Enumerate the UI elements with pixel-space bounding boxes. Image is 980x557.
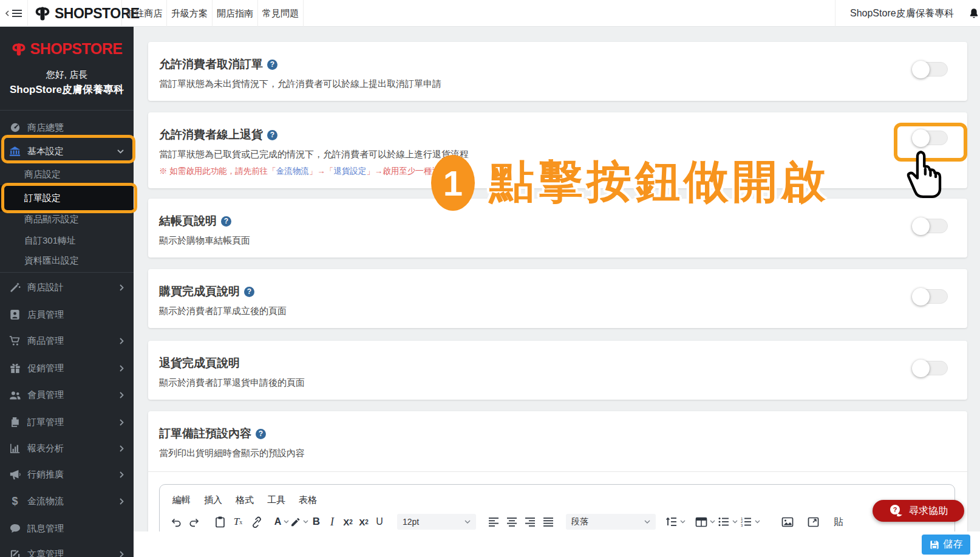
clear-formatting-icon[interactable]: Tx (230, 513, 246, 530)
help-icon[interactable]: ? (221, 216, 231, 227)
link-return-settings[interactable]: 退貨設定 (333, 166, 366, 176)
sidebar-subitem-store-settings[interactable]: 商店設定 (0, 164, 134, 185)
sidebar-greeting: 您好, 店長 (0, 69, 134, 81)
sidebar-item-orders[interactable]: 訂單管理 (0, 410, 134, 434)
setting-title: 結帳頁說明 (159, 213, 217, 229)
save-button[interactable]: 儲存 (922, 535, 970, 555)
sidebar-item-reports[interactable]: 報表分析 (0, 436, 134, 460)
sidebar-item-marketing[interactable]: 行銷推廣 (0, 462, 134, 487)
document-copy-icon (9, 417, 21, 428)
editor-menu-tools[interactable]: 工具 (260, 492, 292, 508)
help-icon[interactable]: ? (256, 429, 266, 439)
menu-item-upgrade-plan[interactable]: 升級方案 (167, 0, 213, 27)
highlight-pen-icon[interactable] (290, 513, 308, 530)
sidebar-item-payment-logistics[interactable]: $ 金流物流 (0, 489, 134, 513)
sidebar-item-members[interactable]: 會員管理 (0, 383, 134, 407)
annotation-step-badge: 1 (431, 155, 475, 211)
notification-bell-icon[interactable] (968, 7, 980, 20)
redo-icon[interactable] (186, 513, 202, 530)
subscript-icon[interactable]: X2 (340, 513, 356, 530)
help-icon[interactable]: ? (267, 60, 277, 70)
sidebar-subitem-label: 商店設定 (24, 169, 61, 180)
bullet-list-icon[interactable] (718, 513, 738, 530)
sidebar-item-staff[interactable]: 店員管理 (0, 302, 134, 327)
editor-menu-edit[interactable]: 編輯 (166, 492, 197, 508)
toggle-return-complete[interactable] (913, 361, 948, 375)
help-icon[interactable]: ? (244, 287, 254, 297)
sidebar-item-promotions[interactable]: 促銷管理 (0, 356, 134, 380)
table-icon[interactable] (695, 513, 715, 530)
sidebar-brand: SHOPSTORE (0, 40, 134, 58)
toggle-cancel-order[interactable] (913, 62, 948, 77)
paragraph-format-select[interactable]: 段落 (566, 514, 656, 530)
underline-icon[interactable]: U (372, 513, 387, 530)
sidebar-divider (0, 272, 134, 273)
sidebar-subitem-label: 訂單設定 (24, 193, 61, 204)
text-color-icon[interactable]: A (274, 513, 290, 530)
sidebar-divider (0, 110, 134, 111)
sidebar-subitem-data-export[interactable]: 資料匯出設定 (0, 250, 134, 271)
sidebar-item-articles[interactable]: 文章管理 (0, 542, 134, 557)
bottom-action-bar: 儲存 (134, 531, 980, 557)
chat-bubble-icon (9, 523, 21, 535)
align-right-icon[interactable] (522, 513, 538, 530)
paste-text-partial-label[interactable]: 貼 (831, 513, 846, 530)
align-justify-icon[interactable] (540, 513, 556, 530)
editor-menu-format[interactable]: 格式 (229, 492, 260, 508)
edit-pencil-icon (9, 548, 21, 557)
numbered-list-icon[interactable]: 123 (740, 513, 760, 530)
help-request-button[interactable]: ? 尋求協助 (873, 500, 964, 522)
sidebar-subitem-product-display[interactable]: 商品顯示設定 (0, 209, 134, 230)
insert-template-icon[interactable] (805, 513, 821, 530)
sidebar-item-products[interactable]: 商品管理 (0, 329, 134, 353)
sidebar-item-overview[interactable]: 商店總覽 (0, 115, 134, 140)
chevron-right-icon (120, 498, 124, 505)
link-payment-logistics[interactable]: 金流物流 (276, 166, 309, 176)
italic-icon[interactable]: I (324, 513, 340, 530)
paste-clipboard-icon[interactable] (212, 513, 228, 530)
image-icon[interactable] (780, 513, 795, 530)
sidebar-item-basic-settings[interactable]: 基本設定 (0, 139, 134, 163)
toggle-knob (912, 61, 930, 78)
chevron-right-icon (120, 284, 124, 291)
toggle-checkout-note[interactable] (913, 219, 948, 233)
sidebar-item-messages[interactable]: 訊息管理 (0, 516, 134, 541)
line-height-icon[interactable] (665, 513, 686, 530)
sidebar-item-label: 商店總覽 (27, 122, 64, 134)
sidebar-item-store-design[interactable]: 商店設計 (0, 275, 134, 299)
sidebar-item-label: 金流物流 (27, 496, 64, 507)
menu-item-store-guide[interactable]: 開店指南 (213, 0, 258, 27)
help-request-label: 尋求協助 (909, 505, 948, 518)
sidebar-subitem-order-settings[interactable]: 訂單設定 (0, 185, 134, 211)
chevron-right-icon (120, 445, 124, 452)
sidebar-store-name: ShopStore皮膚保養專科 (0, 83, 134, 97)
editor-menu-table[interactable]: 表格 (292, 492, 324, 508)
save-label: 儲存 (944, 538, 963, 551)
bold-icon[interactable]: B (308, 513, 324, 530)
toggle-knob (912, 360, 930, 377)
align-center-icon[interactable] (504, 513, 520, 530)
superscript-icon[interactable]: X2 (356, 513, 372, 530)
bank-icon (9, 146, 21, 157)
help-icon[interactable]: ? (267, 130, 277, 140)
menu-item-go-to-store[interactable]: 前往商店 (121, 0, 167, 27)
undo-icon[interactable] (168, 513, 184, 530)
toggle-online-return[interactable] (913, 131, 948, 145)
align-left-icon[interactable] (486, 513, 502, 530)
chevron-right-icon (120, 338, 124, 344)
setting-description: 當訂單狀態為未出貨情況下，允許消費者可以於線上提出取消訂單申請 (159, 78, 956, 90)
svg-text:3: 3 (741, 524, 743, 527)
sidebar-subitem-redirect-301[interactable]: 自訂301轉址 (0, 230, 134, 251)
menu-item-faq[interactable]: 常見問題 (258, 0, 304, 27)
font-size-select[interactable]: 12pt (397, 514, 476, 530)
chevron-right-icon (120, 365, 124, 372)
editor-menu-insert[interactable]: 插入 (197, 492, 229, 508)
account-name[interactable]: ShopStore皮膚保養專科 (850, 7, 954, 20)
toggle-purchase-complete[interactable] (913, 289, 948, 304)
link-icon[interactable] (248, 513, 264, 530)
annotation-text: 點擊按鈕做開啟 (489, 152, 829, 213)
sidebar: SHOPSTORE 您好, 店長 ShopStore皮膚保養專科 商店總覽 基本… (0, 27, 134, 557)
bar-chart-icon (9, 443, 21, 454)
sidebar-collapse-button[interactable] (0, 0, 28, 27)
card-cancel-order: 允許消費者取消訂單 ? 當訂單狀態為未出貨情況下，允許消費者可以於線上提出取消訂… (148, 42, 967, 101)
